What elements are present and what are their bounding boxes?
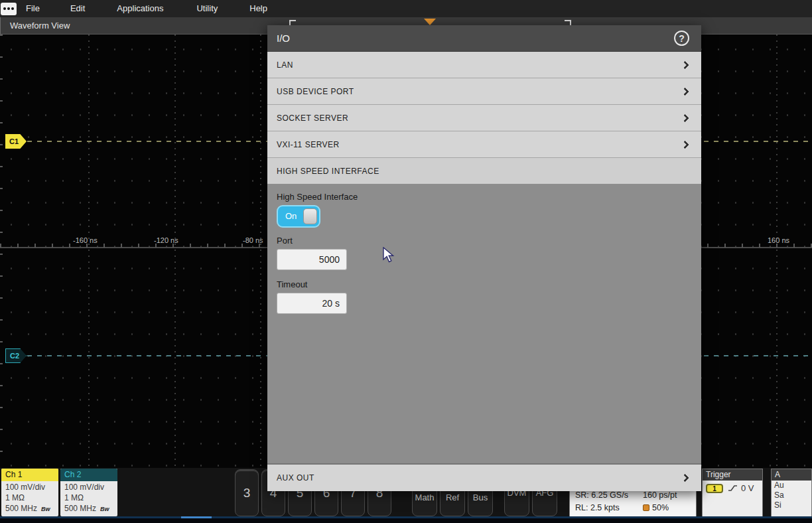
channel1-badge-header: Ch 1	[1, 469, 58, 481]
row-label: AUX OUT	[267, 473, 314, 483]
chevron-right-icon	[681, 87, 689, 96]
timeout-input[interactable]: 20 s	[277, 293, 347, 314]
high-speed-interface-toggle[interactable]: On	[277, 205, 320, 228]
graticule-vline	[776, 35, 778, 468]
horizontal-position-icon	[643, 504, 649, 511]
acquisition-badge-header: A	[772, 469, 811, 481]
channel1-impedance: 1 MΩ	[5, 492, 58, 503]
menu-help[interactable]: Help	[240, 0, 277, 17]
tab-waveform-view[interactable]: Waveform View	[1, 17, 70, 35]
window-edge-highlight	[181, 516, 212, 518]
record-length: RL: 2.5 kpts	[575, 503, 620, 512]
trigger-badge[interactable]: Trigger 1 0 V	[702, 469, 763, 517]
rising-edge-icon	[728, 484, 738, 492]
chevron-right-icon	[681, 113, 689, 122]
menu-edit[interactable]: Edit	[61, 0, 94, 17]
row-label: HIGH SPEED INTERFACE	[267, 167, 379, 176]
trigger-position-icon[interactable]	[424, 19, 436, 25]
menu-file[interactable]: File	[17, 0, 49, 17]
chevron-right-icon	[681, 60, 689, 69]
channel2-scale: 100 mV/div	[64, 482, 117, 492]
chevron-right-icon	[681, 140, 689, 149]
row-label: SOCKET SERVER	[267, 113, 348, 123]
dialog-row-aux-out[interactable]: AUX OUT	[267, 463, 701, 491]
channel1-marker[interactable]: C1	[5, 134, 27, 149]
zoom-corner-left-icon	[289, 20, 296, 25]
axis-tick-label: -160 ns	[73, 236, 98, 244]
channel1-badge[interactable]: Ch 1 100 mV/div 1 MΩ 500 MHzBw	[1, 469, 58, 516]
row-label: LAN	[267, 60, 293, 70]
menu-overflow-icon[interactable]	[1, 3, 17, 15]
horizontal-position: 50%	[643, 503, 669, 512]
axis-tick-label: -120 ns	[154, 236, 178, 244]
screen-bottom-strip	[0, 518, 812, 523]
port-input[interactable]: 5000	[277, 249, 347, 270]
high-speed-interface-panel: High Speed Interface On Port 5000 Timeou…	[267, 185, 701, 463]
toggle-state-label: On	[285, 206, 297, 226]
dialog-row-high-speed-interface[interactable]: HIGH SPEED INTERFACE	[267, 158, 701, 185]
channel2-badge-header: Ch 2	[60, 469, 117, 481]
graticule-vline	[88, 35, 90, 468]
trigger-level: 0 V	[741, 483, 754, 493]
channel2-badge[interactable]: Ch 2 100 mV/div 1 MΩ 500 MHzBw	[60, 469, 117, 516]
menu-applications[interactable]: Applications	[107, 0, 172, 17]
chevron-right-icon	[681, 474, 689, 483]
toggle-knob[interactable]	[303, 208, 317, 224]
button-label: Bus	[473, 493, 488, 502]
button-label: Ref	[446, 493, 459, 502]
channel3-button[interactable]: 3	[235, 469, 259, 516]
dialog-row-usb-device-port[interactable]: USB DEVICE PORT	[267, 78, 701, 105]
dialog-row-vxi11-server[interactable]: VXI-11 SERVER	[267, 131, 701, 158]
dialog-header: I/O ?	[267, 25, 701, 52]
dialog-row-socket-server[interactable]: SOCKET SERVER	[267, 105, 701, 131]
graticule-vline	[174, 35, 176, 468]
trigger-badge-header: Trigger	[703, 469, 762, 481]
bandwidth-limit-icon: Bw	[100, 506, 109, 512]
dialog-row-lan[interactable]: LAN	[267, 52, 701, 78]
zoom-corner-right-icon	[565, 20, 571, 25]
graticule-vline	[260, 35, 261, 468]
oscilloscope-screen: File Edit Applications Utility Help Wave…	[0, 0, 812, 523]
button-label: Math	[415, 493, 435, 502]
help-icon[interactable]: ?	[674, 31, 689, 46]
resolution: 160 ps/pt	[643, 490, 677, 500]
channel1-scale: 100 mV/div	[5, 482, 58, 492]
menu-bar: File Edit Applications Utility Help	[0, 0, 812, 17]
mouse-cursor	[382, 247, 395, 263]
dialog-title: I/O	[267, 33, 290, 44]
sample-rate: SR: 6.25 GS/s	[575, 490, 628, 500]
acquisition-line: Sa	[772, 490, 811, 500]
row-label: VXI-11 SERVER	[267, 140, 340, 149]
axis-tick-label: 160 ns	[768, 236, 789, 244]
axis-tick-label: -80 ns	[243, 236, 263, 244]
bandwidth-limit-icon: Bw	[41, 506, 50, 512]
high-speed-interface-label: High Speed Interface	[277, 192, 358, 202]
channel1-bandwidth: 500 MHzBw	[5, 503, 58, 514]
graticule-edge-ticks	[0, 35, 3, 468]
io-dialog: I/O ? LAN USB DEVICE PORT SOCKET SERVER …	[267, 25, 701, 491]
channel2-bandwidth: 500 MHzBw	[64, 503, 117, 514]
row-label: USB DEVICE PORT	[267, 87, 354, 96]
trigger-source-badge: 1	[706, 484, 723, 493]
acquisition-line: Si	[772, 500, 811, 510]
menu-utility[interactable]: Utility	[187, 0, 227, 17]
port-label: Port	[277, 236, 293, 246]
channel2-impedance: 1 MΩ	[64, 492, 117, 503]
channel2-marker[interactable]: C2	[5, 348, 27, 363]
timeout-label: Timeout	[277, 279, 307, 289]
acquisition-line: Au	[772, 481, 811, 490]
acquisition-badge-clipped[interactable]: A Au Sa Si	[771, 469, 812, 517]
